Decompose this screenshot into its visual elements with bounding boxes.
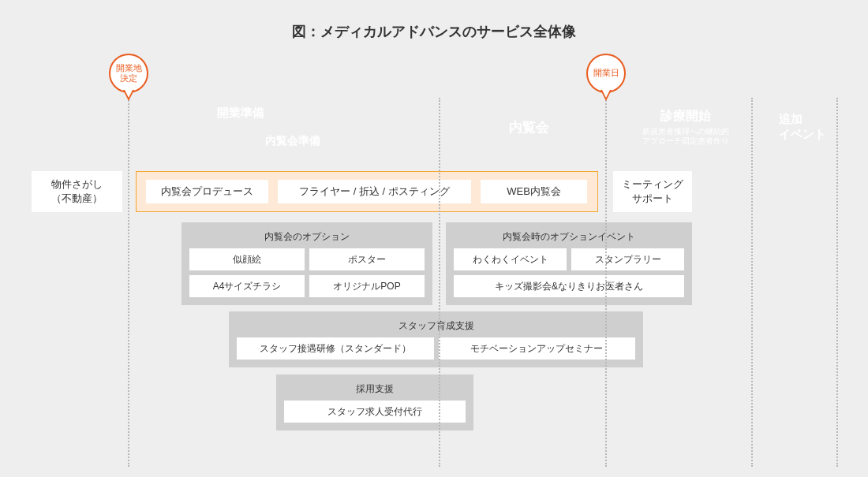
arrow-prep: 開業準備: [32, 100, 450, 126]
chip-opt-a-1: ポスター: [309, 248, 425, 270]
box-meeting: ミーティングサポート: [613, 171, 692, 212]
panel-options-b: 内覧会時のオプションイベント わくわくイベント スタンプラリー キッズ撮影会&な…: [446, 222, 692, 305]
pin-openday: 開業日: [586, 54, 626, 106]
diagram-title: 図：メディカルアドバンスのサービス全体像: [0, 22, 868, 41]
arrow-preview-prep-label: 内覧会準備: [265, 134, 320, 148]
chip-web: WEB内覧会: [481, 180, 587, 203]
panel-recruit: 採用支援 スタッフ求人受付代行: [276, 375, 473, 430]
arrow-extra: 追加イベント: [755, 100, 850, 154]
vline-5: [836, 98, 838, 467]
chip-opt-a-0: 似顔絵: [189, 248, 305, 270]
chip-produce: 内覧会プロデュース: [146, 180, 268, 203]
vline-4: [751, 98, 753, 467]
chip-opt-a-2: A4サイズチラシ: [189, 275, 305, 297]
arrow-extra-label: 追加イベント: [779, 112, 826, 142]
chip-opt-b-2: キッズ撮影会&なりきりお医者さん: [454, 275, 684, 297]
chip-flyer: フライヤー / 折込 / ポスティング: [278, 180, 471, 203]
arrow-preview: 内覧会: [439, 100, 619, 154]
pin-decision-label: 開業地決定: [109, 54, 148, 93]
chip-staff-0: スタッフ接遇研修（スタンダード）: [237, 337, 434, 360]
arrow-prep-label: 開業準備: [217, 106, 264, 121]
pin-openday-label: 開業日: [586, 54, 626, 93]
pin-decision: 開業地決定: [109, 54, 148, 106]
arrow-preview-prep: 内覧会準備: [136, 129, 450, 154]
panel-options-a: 内覧会のオプション 似顔絵 ポスター A4サイズチラシ オリジナルPOP: [181, 222, 432, 305]
chip-opt-a-3: オリジナルPOP: [309, 275, 425, 297]
arrow-start-label: 診療開始: [660, 108, 711, 125]
arrow-preview-label: 内覧会: [509, 118, 549, 136]
chip-opt-b-0: わくわくイベント: [454, 248, 567, 270]
box-realestate-label: 物件さがし（不動産）: [51, 177, 103, 205]
box-realestate: 物件さがし（不動産）: [32, 171, 122, 212]
pin-tail-icon: [600, 90, 612, 101]
panel-options-b-hd: 内覧会時のオプションイベント: [454, 229, 684, 248]
box-meeting-label: ミーティングサポート: [622, 177, 683, 205]
diagram-stage: 図：メディカルアドバンスのサービス全体像 開業地決定 開業日 開業準備 内覧会準…: [0, 0, 868, 477]
pin-tail-icon: [123, 90, 134, 101]
panel-staff: スタッフ育成支援 スタッフ接遇研修（スタンダード） モチベーションアップセミナー: [229, 311, 643, 367]
arrow-start-sub: 新規患者獲得への継続的アプローチ固定患者作り: [642, 127, 729, 147]
panel-staff-hd: スタッフ育成支援: [237, 318, 635, 337]
arrow-start: 診療開始 新規患者獲得への継続的アプローチ固定患者作り: [608, 100, 764, 154]
peach-panel: 内覧会プロデュース フライヤー / 折込 / ポスティング WEB内覧会: [136, 171, 598, 212]
vline-3: [605, 98, 607, 467]
panel-options-a-hd: 内覧会のオプション: [189, 229, 425, 248]
vline-2: [439, 98, 440, 467]
vline-1: [128, 98, 129, 467]
chip-opt-b-1: スタンプラリー: [571, 248, 684, 270]
